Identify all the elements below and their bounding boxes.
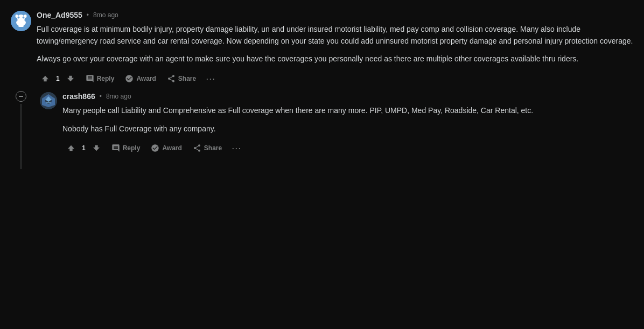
reply-share-label: Share [204, 144, 222, 152]
upvote-icon [41, 74, 50, 83]
action-bar-1: 1 Reply Award Share ··· [37, 72, 633, 86]
thread-container: crash866 • 8mo ago Many people call Liab… [11, 90, 633, 155]
thread-line-col [11, 90, 31, 155]
reply-vote-section: 1 [62, 142, 105, 155]
reply-upvote-icon [67, 144, 75, 152]
comment-paragraph-1-0: Full coverage is at minimum bodily injur… [37, 24, 633, 47]
reply-downvote-icon [92, 144, 101, 152]
reply-award-icon [151, 144, 159, 152]
reply-username[interactable]: crash866 [62, 92, 95, 101]
comment-container-1: One_Ad9555 • 8mo ago Full coverage is at… [11, 11, 633, 86]
comment-thread: One_Ad9555 • 8mo ago Full coverage is at… [11, 11, 633, 155]
reply-comment-header: crash866 • 8mo ago [62, 92, 633, 101]
downvote-icon [66, 74, 75, 83]
separator-1: • [87, 11, 89, 19]
thread-line [20, 104, 22, 169]
svg-point-7 [23, 18, 24, 19]
reply-reply-label: Reply [123, 144, 141, 152]
user-avatar-icon [11, 11, 31, 31]
reply-comment-body: crash866 • 8mo ago Many people call Liab… [62, 92, 633, 155]
comment-paragraph-1-1: Always go over your coverage with an age… [37, 53, 633, 65]
vote-section-1: 1 [37, 72, 79, 85]
reply-upvote-button[interactable] [62, 142, 80, 155]
downvote-button-1[interactable] [62, 72, 79, 85]
comment-text-1: Full coverage is at minimum bodily injur… [37, 24, 633, 65]
comment-header-1: One_Ad9555 • 8mo ago [37, 11, 633, 19]
reply-action-bar: 1 Reply Award [62, 141, 633, 155]
svg-rect-10 [19, 96, 23, 97]
reply-share-icon [193, 144, 201, 152]
share-label-1: Share [178, 75, 196, 82]
svg-rect-15 [46, 102, 51, 103]
reply-separator: • [100, 93, 102, 100]
reply-icon [86, 74, 94, 83]
reply-award-label: Award [162, 144, 181, 152]
svg-point-8 [16, 15, 18, 18]
reply-avatar [40, 92, 57, 109]
reply-avatar-icon [40, 92, 57, 109]
collapse-button[interactable] [16, 91, 26, 102]
award-button-1[interactable]: Award [121, 72, 160, 85]
more-button-1[interactable]: ··· [202, 72, 219, 86]
reply-award-button[interactable]: Award [146, 142, 186, 155]
share-icon [167, 74, 176, 83]
vote-count-1: 1 [56, 75, 60, 82]
comment-body-1: One_Ad9555 • 8mo ago Full coverage is at… [37, 11, 633, 86]
reply-reply-icon [111, 144, 120, 152]
reply-paragraph-0: Many people call Liability and Comprehen… [62, 105, 633, 117]
reply-inner: crash866 • 8mo ago Many people call Liab… [40, 92, 633, 155]
reply-timestamp: 8mo ago [106, 93, 131, 100]
reply-vote-count: 1 [82, 144, 86, 152]
reply-more-button[interactable]: ··· [228, 141, 244, 155]
avatar [11, 11, 31, 31]
reply-label-1: Reply [97, 75, 115, 82]
reply-downvote-button[interactable] [88, 142, 105, 155]
svg-point-6 [19, 18, 20, 19]
upvote-button-1[interactable] [37, 72, 54, 85]
reply-paragraph-1: Nobody has Full Coverage with any compan… [62, 123, 633, 135]
reply-reply-button[interactable]: Reply [107, 142, 145, 155]
username-1[interactable]: One_Ad9555 [37, 11, 82, 19]
share-button-1[interactable]: Share [163, 72, 200, 85]
svg-rect-5 [18, 25, 24, 27]
reply-button-1[interactable]: Reply [81, 72, 119, 85]
collapse-icon [18, 94, 24, 99]
reply-comment-container: crash866 • 8mo ago Many people call Liab… [31, 90, 633, 155]
award-icon [125, 74, 134, 83]
reply-comment-text: Many people call Liability and Comprehen… [62, 105, 633, 135]
svg-point-9 [24, 15, 27, 18]
award-label-1: Award [136, 75, 156, 82]
reply-share-button[interactable]: Share [188, 142, 226, 155]
timestamp-1: 8mo ago [93, 11, 118, 19]
